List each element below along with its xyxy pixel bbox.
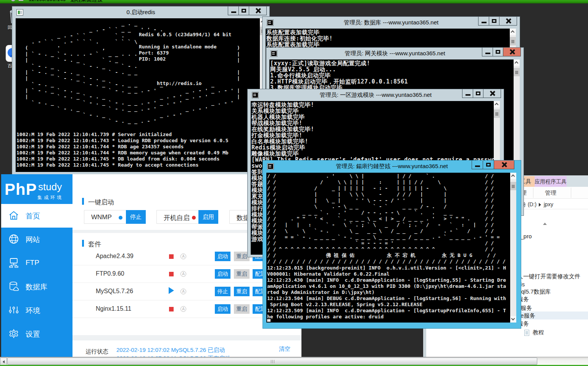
phpstudy-logo: PhP study 集成环境 bbox=[1, 175, 72, 205]
start-button[interactable]: 启动 bbox=[215, 252, 230, 261]
console-cursor bbox=[267, 319, 271, 322]
autostart-box: 开机自启 启用 bbox=[156, 210, 218, 224]
tab-application-tools[interactable]: 应用程序工具 bbox=[535, 176, 567, 187]
file-item[interactable]: 人一键打开需要修改文件 bbox=[517, 273, 580, 280]
restart-button[interactable]: 重启 bbox=[234, 269, 250, 279]
sliders-icon bbox=[8, 305, 19, 315]
pin-icon[interactable] bbox=[11, 0, 16, 2]
close-icon bbox=[490, 91, 495, 96]
sidebar-item-label: 环境 bbox=[26, 306, 40, 316]
phpstudy-sidebar: PhP study 集成环境 首页 网站 bbox=[1, 174, 72, 366]
autostart-enable-button[interactable]: 启用 bbox=[198, 210, 218, 224]
close-button[interactable] bbox=[249, 6, 266, 15]
wnmp-stop-button[interactable]: 停止 bbox=[126, 210, 146, 224]
scroll-grip-icon bbox=[511, 40, 514, 41]
maximize-button[interactable] bbox=[473, 89, 483, 98]
scroll-thumb[interactable] bbox=[510, 182, 516, 190]
sidebar-item-label: 设置 bbox=[26, 329, 40, 339]
rdp-horizontal-scrollbar[interactable] bbox=[0, 357, 588, 365]
rdp-connection-title: 12.195.151.149 - 远程桌面连接 bbox=[29, 0, 103, 3]
chevron-up-icon bbox=[511, 30, 515, 34]
close-button[interactable] bbox=[499, 17, 517, 25]
maximize-button[interactable] bbox=[483, 161, 494, 169]
scroll-grip-icon bbox=[272, 360, 273, 363]
clear-status-link[interactable]: 清空 bbox=[279, 345, 290, 353]
sidebar-item-settings[interactable]: 设置 bbox=[1, 322, 72, 346]
file-item[interactable]: 教程 bbox=[533, 329, 544, 336]
scroll-up-button[interactable] bbox=[514, 59, 520, 66]
window-backend-caption-buttons bbox=[472, 161, 514, 169]
window-backend-console-output[interactable]: // .' \\| |// `. // // / \\||| : |||// \… bbox=[266, 173, 511, 323]
sidebar-item-database[interactable]: 数据库 bbox=[1, 275, 72, 299]
minimize-button[interactable] bbox=[462, 89, 473, 98]
scroll-down-button[interactable] bbox=[510, 316, 516, 323]
breadcrumb-folder[interactable]: jpxy bbox=[544, 201, 553, 207]
sidebar-item-ftp[interactable]: FTP bbox=[1, 251, 72, 275]
scroll-thumb[interactable] bbox=[510, 37, 516, 45]
autostart-label: 开机自启 bbox=[164, 214, 190, 222]
maximize-button[interactable] bbox=[239, 6, 249, 15]
minimize-button[interactable] bbox=[478, 17, 489, 25]
buddha-ascii-art: // .' \\| |// `. // // / \\||| : |||// \… bbox=[267, 173, 509, 265]
chevron-up-icon bbox=[495, 103, 499, 107]
scroll-thumb[interactable] bbox=[514, 68, 520, 76]
suite-name: Apache2.4.39 bbox=[96, 253, 134, 260]
minimize-icon bbox=[482, 22, 487, 23]
minimize-button[interactable] bbox=[472, 161, 483, 169]
scroll-up-button[interactable] bbox=[510, 173, 516, 179]
close-button-hover[interactable] bbox=[503, 48, 520, 56]
minimize-button[interactable] bbox=[228, 6, 239, 15]
minimize-button[interactable] bbox=[482, 48, 493, 56]
running-play-icon bbox=[169, 287, 174, 294]
minimize-icon bbox=[231, 11, 236, 13]
start-button[interactable]: 启动 bbox=[215, 269, 230, 279]
wnmp-label: WNMP bbox=[91, 214, 112, 221]
scroll-left-button[interactable] bbox=[0, 358, 7, 365]
maximize-button[interactable] bbox=[489, 17, 499, 25]
autostart-badge-icon: A bbox=[180, 289, 186, 294]
stop-button[interactable]: 停止 bbox=[215, 287, 230, 296]
chevron-up-icon bbox=[511, 175, 515, 178]
scroll-thumb[interactable] bbox=[494, 109, 500, 118]
logo-subtitle: 集成环境 bbox=[37, 194, 63, 201]
autostart-badge-icon: A bbox=[180, 306, 186, 312]
window-backend-scrollbar[interactable] bbox=[510, 173, 516, 323]
minimize-icon bbox=[475, 165, 480, 167]
maximize-button[interactable] bbox=[493, 48, 503, 56]
window-redis-console-output[interactable]: _._ _.-``__ ''-._ _.-`` `. `_. ''-._ .-`… bbox=[16, 18, 261, 172]
tab-separator bbox=[533, 188, 533, 198]
suite-name: FTP0.9.60 bbox=[96, 270, 124, 277]
stopped-square-icon bbox=[169, 307, 174, 311]
close-button[interactable] bbox=[483, 89, 501, 98]
scroll-grip-icon bbox=[495, 112, 498, 113]
minimize-icon bbox=[466, 94, 470, 96]
arrow-left-icon bbox=[3, 360, 5, 363]
suite-name: Nginx1.15.11 bbox=[96, 305, 131, 312]
scroll-up-button[interactable] bbox=[494, 101, 500, 108]
maximize-icon bbox=[496, 50, 500, 54]
sidebar-item-home[interactable]: 首页 bbox=[1, 204, 72, 228]
restart-button[interactable]: 重启 bbox=[234, 287, 250, 296]
close-button[interactable] bbox=[494, 161, 514, 169]
scroll-grip-icon bbox=[512, 185, 515, 186]
quickstart-header: 一键启动 bbox=[88, 198, 114, 207]
breadcrumb-arrow-icon bbox=[539, 203, 541, 207]
sidebar-item-environment[interactable]: 环境 bbox=[1, 299, 72, 322]
restart-button[interactable]: 重启 bbox=[234, 304, 250, 314]
status-line: 2022-02-19 12:07:02 MySQL5.7.26 已启动 bbox=[116, 347, 225, 354]
autostart-badge-icon: A bbox=[180, 271, 186, 277]
file-item[interactable]: Sql5.7数据库 bbox=[517, 288, 551, 295]
ribbon-tab-manage[interactable]: 管理 bbox=[545, 189, 556, 197]
sidebar-item-website[interactable]: 网站 bbox=[1, 228, 72, 251]
scroll-up-button[interactable] bbox=[510, 29, 516, 35]
start-button[interactable]: 启动 bbox=[215, 304, 230, 314]
horizontal-scroll-thumb[interactable] bbox=[7, 358, 537, 365]
chevron-up-icon bbox=[515, 61, 519, 65]
window-database-caption-buttons bbox=[478, 17, 517, 26]
maximize-icon bbox=[492, 19, 496, 23]
window-redis-caption-buttons bbox=[228, 6, 267, 15]
database-icon bbox=[8, 281, 19, 292]
scroll-grip-icon bbox=[515, 71, 518, 72]
chevron-down-icon bbox=[511, 317, 515, 321]
autostart-status-dot bbox=[192, 216, 196, 220]
